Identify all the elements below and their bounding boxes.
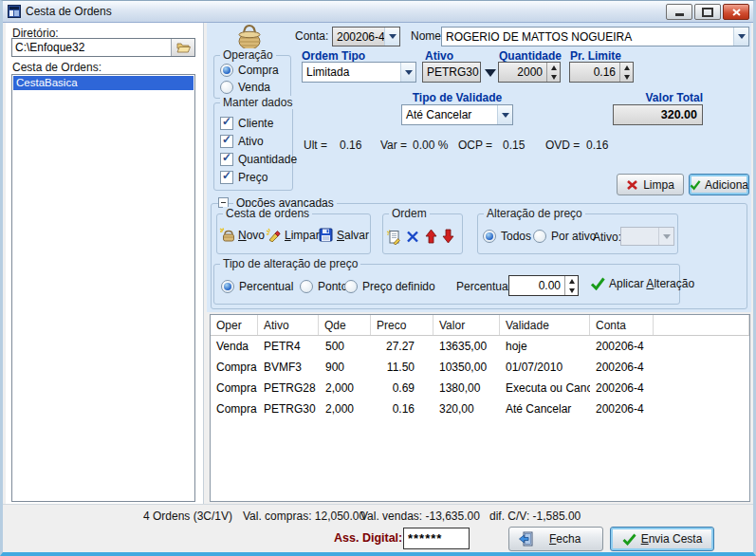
stepper-arrows-icon[interactable] (546, 63, 560, 82)
ordem-title: Ordem (389, 207, 430, 220)
digital-signature-input[interactable] (403, 528, 470, 549)
column-header[interactable]: Preco (371, 315, 433, 335)
novo-label: Novo (238, 229, 265, 242)
stepper-arrows-icon[interactable] (619, 63, 633, 82)
red-x-icon (626, 179, 638, 191)
cell-preco: 11.50 (371, 361, 433, 374)
close-button[interactable] (723, 4, 749, 20)
limpar-button[interactable]: Limpar (266, 228, 320, 242)
tipo-alteracao-title: Tipo de alteração de preço (220, 257, 360, 270)
alteracao-ativo-combo[interactable] (620, 227, 674, 246)
orders-table[interactable]: Oper Ativo Qde Preco Valor Validade Cont… (210, 314, 750, 502)
basket-listbox[interactable]: CestaBasica (11, 74, 195, 502)
maximize-button[interactable] (694, 4, 721, 20)
radio-compra[interactable]: Compra (220, 64, 279, 77)
list-item[interactable]: CestaBasica (13, 76, 194, 90)
ordem-tipo-value: Limitada (303, 63, 400, 82)
table-row[interactable]: Venda PETR4 500 27.27 13635,00 hoje 2002… (211, 336, 749, 357)
pr-limite-stepper[interactable]: 0.16 (569, 62, 634, 83)
check-quantidade-label: Quantidade (238, 153, 297, 166)
fecha-button[interactable]: Fecha (508, 527, 603, 551)
aplicar-alteracao-label: Aplicar Alteração (609, 277, 694, 290)
basket-icon (236, 23, 263, 51)
cell-oper: Venda (211, 340, 258, 353)
cell-valor: 1380,00 (433, 381, 500, 395)
dif-cv: dif. C/V: -1,585.00 (489, 510, 581, 523)
percentual-stepper[interactable]: 0.00 (508, 275, 579, 296)
cell-qde: 2,000 (319, 381, 371, 395)
check-preco[interactable]: Preço (220, 171, 267, 184)
ativo-value: PETRG30 (423, 63, 480, 82)
val-vendas: Val. vendas: -13,635.00 (360, 510, 480, 523)
alteracao-ativo-label: Ativo: (593, 231, 621, 244)
radio-percentual[interactable]: Percentual (221, 280, 293, 293)
radio-venda[interactable]: Venda (220, 81, 270, 94)
limpa-label: Limpa (643, 178, 674, 192)
ativo-label: Ativo (425, 49, 453, 63)
adiciona-button[interactable]: Adiciona (689, 174, 749, 195)
ativo-dropdown-icon[interactable] (485, 69, 496, 77)
quantidade-stepper[interactable]: 2000 (498, 62, 561, 83)
column-header[interactable]: Oper (211, 315, 258, 335)
directory-input[interactable] (12, 39, 172, 56)
cell-conta: 200206-4 (590, 402, 654, 416)
radio-icon (220, 81, 233, 94)
salvar-button[interactable]: Salvar (319, 228, 369, 242)
cell-conta: 200206-4 (590, 381, 654, 395)
open-folder-button[interactable] (171, 39, 194, 56)
radio-todos[interactable]: Todos (483, 230, 531, 243)
red-arrow-up-icon[interactable] (425, 229, 437, 244)
nome-combo[interactable]: ROGERIO DE MATTOS NOGUEIRA (441, 27, 749, 46)
conta-combo[interactable]: 200206-4 (332, 27, 400, 46)
aplicar-alteracao-button[interactable]: Aplicar Alteração (590, 277, 694, 290)
radio-por-ativo[interactable]: Por ativo (533, 230, 596, 243)
adiciona-label: Adiciona (705, 178, 748, 192)
column-header[interactable]: Validade (500, 315, 590, 335)
minimize-button[interactable] (666, 4, 692, 20)
envia-cesta-button[interactable]: Envia Cesta (610, 527, 714, 551)
red-arrow-down-icon[interactable] (442, 229, 454, 244)
cell-validade: 01/07/2010 (500, 361, 590, 374)
title-bar[interactable]: Cesta de Ordens (3, 1, 753, 23)
directory-field-wrap (11, 38, 195, 57)
stepper-arrows-icon[interactable] (564, 276, 578, 295)
limpa-button[interactable]: Limpa (617, 174, 684, 195)
cell-ativo: PETR4 (258, 340, 319, 353)
cell-qde: 500 (319, 340, 371, 353)
cell-oper: Compra (211, 381, 258, 395)
column-header[interactable]: Ativo (258, 315, 319, 335)
column-header[interactable]: Valor (433, 315, 500, 335)
ativo-field[interactable]: PETRG30 (422, 62, 481, 83)
cell-conta: 200206-4 (590, 361, 654, 374)
radio-icon (220, 64, 233, 77)
ass-digital-label: Ass. Digital: (334, 531, 402, 545)
column-header[interactable]: Qde (319, 315, 371, 335)
checkbox-icon (220, 135, 233, 148)
check-quantidade[interactable]: Quantidade (220, 153, 297, 166)
column-header[interactable]: Conta (590, 315, 654, 335)
document-edit-icon[interactable] (386, 230, 401, 245)
table-row[interactable]: Compra PETRG28 2,000 0.69 1380,00 Execut… (211, 378, 749, 398)
novo-button[interactable]: Novo (219, 228, 265, 242)
minimize-icon (675, 13, 684, 16)
open-folder-icon (176, 42, 191, 53)
ovd-label: OVD = (545, 139, 580, 152)
cell-qde: 900 (319, 361, 371, 374)
ordem-tipo-combo[interactable]: Limitada (302, 62, 416, 83)
check-ativo[interactable]: Ativo (220, 135, 264, 148)
table-row[interactable]: Compra BVMF3 900 11.50 10350,00 01/07/20… (211, 357, 749, 378)
blue-x-icon[interactable] (406, 231, 419, 243)
salvar-label: Salvar (337, 229, 369, 242)
cell-validade: Executa ou Cancela (500, 381, 590, 395)
radio-icon (483, 230, 496, 243)
radio-icon (221, 280, 234, 293)
check-preco-label: Preço (238, 171, 267, 184)
exit-door-icon (519, 531, 534, 547)
limpar-label: Limpar (285, 229, 320, 242)
check-cliente[interactable]: Cliente (220, 117, 273, 130)
table-row[interactable]: Compra PETRG30 2,000 0.16 320,00 Até Can… (211, 398, 749, 419)
radio-preco-definido[interactable]: Preço definido (344, 280, 435, 293)
validade-combo[interactable]: Até Cancelar (401, 104, 513, 125)
val-compras: Val. compras: 12,050.00 (243, 510, 365, 523)
orders-count: 4 Ordens (3C/1V) (143, 510, 232, 523)
